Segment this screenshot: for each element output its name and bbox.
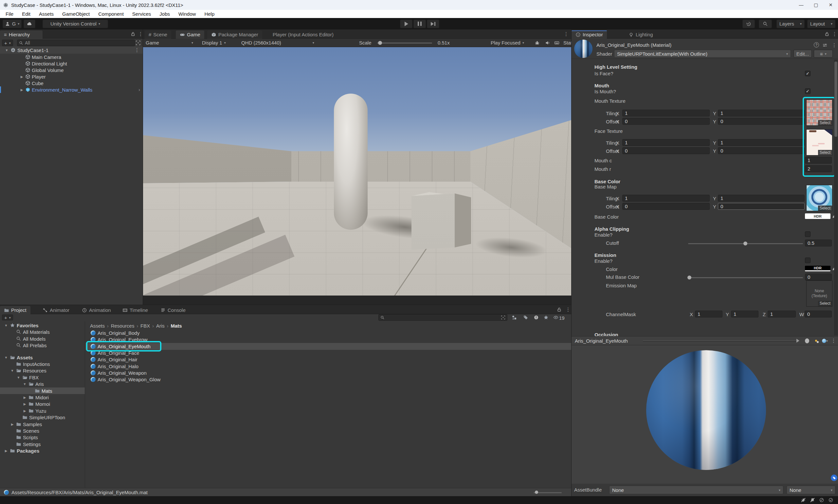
hierarchy-search-input[interactable] [25,40,133,46]
mul-base-color-slider[interactable] [688,277,803,278]
keyboard-button[interactable] [554,39,559,47]
channel-mask-y-field[interactable]: 1 [731,310,759,318]
menu-window[interactable]: Window [174,11,200,17]
menu-component[interactable]: Component [94,11,128,17]
mouth-offset-x-field[interactable]: 0 [622,118,710,125]
thumbnail-size-knob[interactable] [535,490,538,494]
mul-base-color-knob[interactable] [688,275,691,280]
tab-player-input-actions[interactable]: Player (Input Actions Editor) [269,31,338,39]
mouth-tiling-x-field[interactable]: 1 [622,110,710,116]
base-color-swatch[interactable]: HDR [805,213,831,219]
crumb-aris[interactable]: Aris [156,323,165,328]
project-tree-inputactions[interactable]: InputActions [0,361,85,367]
project-tree-fbx[interactable]: ▼ FBX [0,374,85,381]
scale-slider[interactable] [377,42,432,43]
game-viewport[interactable] [143,47,571,295]
mouth-tiling-y-field[interactable]: 1 [718,110,805,116]
favorites-filter-icon[interactable] [543,315,549,320]
tab-game[interactable]: Game [176,31,204,39]
channel-mask-z-field[interactable]: 1 [768,310,796,318]
hierarchy-item-cube[interactable]: Cube [0,80,143,86]
debug-button[interactable] [535,39,540,47]
menu-assets[interactable]: Assets [35,11,58,17]
tab-hierarchy[interactable]: ≡Hierarchy [0,31,42,39]
crumb-assets[interactable]: Assets [90,323,105,328]
material-menu-icon[interactable]: ⋮ [832,42,837,48]
menu-edit[interactable]: Edit [18,11,35,17]
crumb-resources[interactable]: Resources [111,323,135,328]
search-importlog-icon[interactable] [534,315,539,320]
mul-base-color-field[interactable]: 0 [805,274,832,281]
base-offset-y-field[interactable]: 0 [718,203,805,210]
shader-dropdown[interactable]: SimpleURPToonLitExample(With Outline)▾ [614,50,791,58]
project-tree-resources[interactable]: ▼ Resources [0,367,85,374]
cloud-button[interactable] [23,20,35,28]
project-tree-samples[interactable]: ▶ Samples [0,421,85,428]
hierarchy-search[interactable] [17,40,135,46]
tab-project[interactable]: Project [0,306,31,314]
shader-edit-button[interactable]: Edit... [794,50,812,58]
file-aris-original-halo[interactable]: Aris_Original_Halo [86,363,571,370]
crumb-mats[interactable]: Mats [171,323,182,328]
mouth-offset-y-field[interactable]: 0 [718,118,805,125]
lock-icon[interactable] [130,32,136,37]
project-tree-favorites[interactable]: ▼ Favorites [0,322,85,328]
tab-inspector[interactable]: Inspector [572,31,607,39]
close-button[interactable]: ✕ [823,0,838,10]
tab-animation[interactable]: Animation [78,306,115,314]
tab-lighting[interactable]: Lighting [625,31,657,39]
menu-help[interactable]: Help [200,11,219,17]
search-by-type-icon[interactable] [512,315,517,320]
project-tree-midori[interactable]: ▶ Midori [0,394,85,400]
inspector-menu-icon[interactable]: ⋮ [832,31,837,37]
project-tree-scripts[interactable]: Scripts [0,434,85,440]
undo-history-button[interactable] [743,20,755,28]
file-aris-original-weapon-glow[interactable]: Aris_Original_Weapon_Glow [86,376,571,383]
project-search-input[interactable] [386,315,499,320]
maximize-button[interactable]: ▢ [808,0,823,10]
tab-animator[interactable]: Animator [39,306,73,314]
account-button[interactable]: G▾ [3,20,22,28]
asset-bundle-dropdown[interactable]: None▾ [609,486,783,494]
tab-console[interactable]: Console [157,306,190,314]
preview-shape-dropdown[interactable]: ▾ [820,338,830,344]
material-thumbnail[interactable] [574,40,592,58]
file-aris-original-eyemouth[interactable]: Aris_Original_EyeMouth [86,343,571,350]
project-menu-icon[interactable]: ⋮ [566,307,571,312]
emission-map-thumbnail[interactable]: None (Texture) Select [806,281,833,307]
project-tree-packages[interactable]: ▶ Packages [0,447,85,454]
base-tiling-x-field[interactable]: 1 [622,195,710,202]
hierarchy-add-button[interactable]: +▾ [2,40,13,46]
project-tree-assets[interactable]: ▼ Assets [0,354,85,361]
display-dropdown[interactable]: Display 1▾ [202,39,226,47]
project-tree-all-materials[interactable]: All Materials [0,328,85,335]
play-focused-dropdown[interactable]: Play Focused▾ [491,39,524,47]
layout-dropdown[interactable]: Layout▾ [807,20,835,28]
scene-menu-icon[interactable]: ⋮ [135,47,140,53]
project-tree-simpleurptoon[interactable]: SimpleURPToon [0,414,85,420]
preview-play-button[interactable] [794,338,801,344]
emission-enable-checkbox[interactable] [805,257,810,263]
tab-package-manager[interactable]: Package Manager [207,31,262,39]
mouth-c-field[interactable]: 1 [805,157,832,164]
menu-file[interactable]: File [1,11,18,17]
preview-header[interactable]: Aris_Original_EyeMouth ▾ ⋮ [572,336,838,345]
global-search-button[interactable] [759,20,772,28]
hierarchy-scene-row[interactable]: ▼ StudyCase1-1 ⋮ [0,47,143,54]
debugger-status-icon[interactable] [801,498,806,503]
mouth-r-field[interactable]: 2 [805,165,832,172]
file-aris-original-weapon[interactable]: Aris_Original_Weapon [86,370,571,376]
collab-status-icon[interactable] [819,498,824,503]
pause-button[interactable] [413,20,426,28]
hierarchy-item-environment-narrow-walls[interactable]: ▶ Environment_Narrow_Walls › [0,86,143,93]
material-preview[interactable] [572,345,838,484]
cutoff-field[interactable]: 0.5 [805,239,832,247]
menu-jobs[interactable]: Jobs [155,11,174,17]
file-aris-original-body[interactable]: Aris_Original_Body [86,329,571,337]
tab-scene[interactable]: #Scene [145,31,171,39]
play-button[interactable] [400,20,412,28]
channel-mask-w-field[interactable]: 0 [805,310,832,318]
menu-services[interactable]: Services [128,11,156,17]
scale-slider-knob[interactable] [378,41,382,45]
hierarchy-item-player[interactable]: ▶ Player [0,73,143,80]
